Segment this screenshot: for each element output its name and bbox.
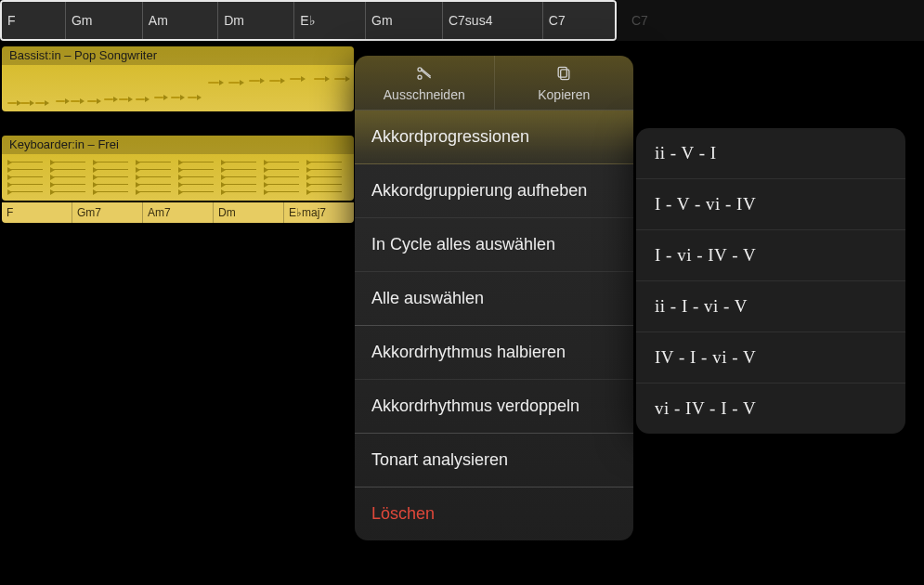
context-menu-item[interactable]: Akkordrhythmus halbieren [355, 326, 633, 380]
submenu-item-label: ii - V - I [655, 143, 717, 162]
submenu-item[interactable]: ii - I - vi - V [636, 281, 905, 332]
submenu-item[interactable]: vi - IV - I - V [636, 384, 905, 434]
copy-button[interactable]: Kopieren [494, 56, 634, 110]
mini-note-head [136, 182, 140, 188]
svg-line-2 [421, 70, 430, 77]
context-menu-item[interactable]: Tonart analysieren [355, 434, 633, 488]
mini-note [20, 102, 30, 104]
mini-note [264, 176, 299, 177]
mini-note-head [50, 175, 55, 180]
mini-note-head [7, 167, 12, 173]
cut-label: Ausschneiden [384, 87, 465, 102]
mini-note [264, 184, 299, 185]
mini-note [221, 169, 256, 170]
context-menu-item[interactable]: Akkordgruppierung aufheben [355, 164, 633, 218]
chord-cell-label: F [7, 13, 16, 28]
mini-note-head [128, 97, 133, 102]
mini-note-head [93, 160, 98, 165]
region-bass-title: Bassist:in – Pop Songwriter [9, 48, 157, 62]
context-menu-item[interactable]: In Cycle alles auswählen [355, 218, 633, 272]
mini-note [136, 176, 171, 177]
svg-line-3 [421, 69, 430, 76]
scissors-icon [415, 64, 434, 85]
mini-note [178, 176, 214, 177]
context-menu-item-label: Akkordrhythmus verdoppeln [371, 396, 579, 415]
context-menu-item[interactable]: Alle auswählen [355, 272, 633, 326]
mini-note [154, 97, 163, 98]
chord-strip-cell-label: Dm [218, 206, 236, 219]
mini-note-head [221, 189, 226, 195]
context-menu-item-label: Löschen [371, 504, 435, 523]
mini-note [208, 82, 219, 84]
mini-note [221, 184, 256, 185]
mini-note [249, 80, 260, 82]
svg-point-1 [418, 75, 422, 79]
chord-strip-cell: Dm [214, 202, 284, 223]
mini-note-head [264, 189, 268, 195]
chord-cell[interactable]: Gm [66, 2, 143, 39]
mini-note [93, 162, 128, 162]
mini-note-head [7, 175, 12, 180]
mini-note-head [80, 98, 85, 104]
submenu-item-label: vi - IV - I - V [655, 398, 756, 418]
mini-note-head [93, 167, 98, 173]
mini-note [306, 184, 342, 185]
mini-note-head [325, 76, 330, 82]
chord-cell[interactable]: C7sus4 [443, 2, 543, 39]
chord-track[interactable]: FGmAmDmE♭GmC7sus4C7 [0, 0, 617, 41]
mini-note-head [306, 182, 311, 188]
mini-note-head [264, 167, 268, 173]
mini-note-head [178, 160, 183, 165]
mini-note [228, 82, 240, 84]
chord-ghost-label: C7 [631, 13, 648, 28]
mini-note [93, 169, 128, 170]
chord-strip-cell-label: E♭maj7 [289, 206, 326, 219]
mini-note-head [306, 175, 311, 180]
mini-note [221, 162, 256, 162]
submenu-item-label: IV - I - vi - V [655, 347, 756, 367]
region-bass-body [2, 65, 354, 111]
mini-note [50, 162, 85, 162]
mini-note [7, 169, 43, 170]
mini-note-head [221, 160, 226, 165]
mini-note [306, 176, 342, 177]
chord-cell[interactable]: Am [143, 2, 218, 39]
chord-cell-label: C7 [549, 13, 566, 28]
mini-note-head [136, 167, 140, 173]
chord-strip-cell-label: F [7, 206, 13, 219]
mini-note-head [113, 97, 118, 102]
chord-cell[interactable]: Dm [218, 2, 294, 39]
submenu-item[interactable]: IV - I - vi - V [636, 332, 905, 384]
submenu-item[interactable]: I - V - vi - IV [636, 179, 905, 230]
chord-progressions-submenu: ii - V - II - V - vi - IVI - vi - IV - V… [636, 128, 905, 434]
context-menu-item-label: In Cycle alles auswählen [371, 235, 555, 254]
mini-note-head [136, 175, 140, 180]
chord-cell[interactable]: Gm [366, 2, 443, 39]
chord-cell[interactable]: F [2, 2, 66, 39]
chord-cell[interactable]: C7 [543, 2, 615, 39]
mini-note-head [136, 189, 140, 195]
submenu-item[interactable]: I - vi - IV - V [636, 230, 905, 281]
mini-note [7, 191, 43, 192]
mini-note-head [145, 97, 150, 102]
cut-button[interactable]: Ausschneiden [355, 56, 494, 110]
mini-note [306, 191, 342, 192]
mini-note [314, 78, 325, 80]
region-keys[interactable]: Keyboarder:in – Frei [2, 136, 354, 201]
region-bass[interactable]: Bassist:in – Pop Songwriter [2, 46, 354, 111]
mini-note [93, 191, 128, 192]
submenu-item[interactable]: ii - V - I [636, 128, 905, 179]
context-menu-item[interactable]: Akkordrhythmus verdoppeln [355, 380, 633, 434]
context-menu: Ausschneiden Kopieren Akkordprogressione… [355, 56, 633, 540]
context-menu-item[interactable]: Löschen [355, 488, 633, 540]
mini-note-head [136, 160, 140, 165]
chord-cell[interactable]: E♭ [294, 2, 366, 39]
mini-note-head [7, 189, 12, 195]
mini-note [136, 169, 171, 170]
mini-note-head [178, 189, 183, 195]
mini-note [7, 102, 17, 104]
context-menu-item[interactable]: Akkordprogressionen [355, 110, 633, 164]
chord-strip-cell: E♭maj7 [284, 202, 354, 223]
mini-note [119, 98, 128, 100]
mini-note-head [264, 160, 268, 165]
